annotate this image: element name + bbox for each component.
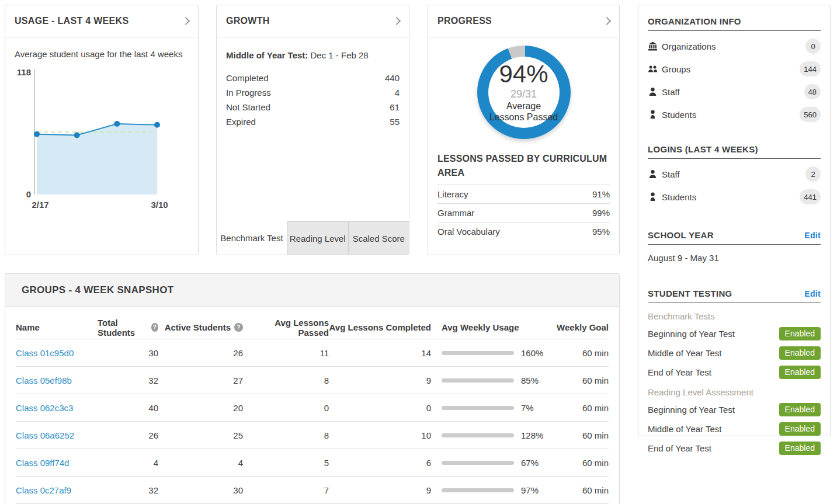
col-active-students: Active Students ? xyxy=(158,322,243,332)
chevron-right-icon[interactable] xyxy=(393,17,401,25)
login-item-label: Students xyxy=(662,192,696,202)
groups-panel-title: GROUPS - 4 WEEK SNAPSHOT xyxy=(22,284,173,296)
logins-title: LOGINS (LAST 4 WEEKS) xyxy=(648,144,758,154)
org-item-staff: Staff 48 xyxy=(648,84,821,99)
avg-lessons-completed-value: 9 xyxy=(329,485,431,495)
active-students-value: 25 xyxy=(158,430,243,440)
active-students-value: 4 xyxy=(158,458,243,468)
weekly-goal-value: 60 min xyxy=(557,430,609,440)
staff-icon xyxy=(648,169,658,179)
stat-label: Not Started xyxy=(226,102,270,112)
count-badge: 560 xyxy=(800,107,821,122)
stat-label: In Progress xyxy=(226,88,271,98)
growth-stat-row: Expired 55 xyxy=(226,114,400,129)
login-item-label: Staff xyxy=(662,169,680,179)
test-row: Middle of Year Test Enabled xyxy=(648,346,821,360)
progress-panel-header: PROGRESS xyxy=(428,5,619,37)
group-link[interactable]: Class 06a6252 xyxy=(16,430,74,440)
group-link[interactable]: Class 062c3c3 xyxy=(16,403,73,413)
curriculum-label: Oral Vocabulary xyxy=(437,227,500,237)
test-label: Middle of Year Test xyxy=(648,424,721,434)
enabled-badge: Enabled xyxy=(779,422,821,436)
bank-icon xyxy=(648,41,658,51)
count-badge: 2 xyxy=(805,166,821,182)
col-avg-lessons-passed: Avg Lessons Passed xyxy=(243,318,329,338)
stat-value: 61 xyxy=(390,102,400,112)
org-item-students: Students 560 xyxy=(648,107,821,122)
test-row: Beginning of Year Test Enabled xyxy=(648,326,821,340)
chevron-right-icon[interactable] xyxy=(603,17,611,25)
table-header-row: Name Total Students ? Active Students ? … xyxy=(16,316,609,339)
logins-header: LOGINS (LAST 4 WEEKS) xyxy=(648,144,821,159)
growth-panel-title: GROWTH xyxy=(226,16,270,26)
school-year-edit-link[interactable]: Edit xyxy=(804,231,821,240)
curriculum-heading: LESSONS PASSED BY CURRICULUM AREA xyxy=(437,152,610,185)
help-icon[interactable]: ? xyxy=(151,323,158,332)
curriculum-label: Literacy xyxy=(437,189,468,199)
usage-bar-cell: 7% xyxy=(431,403,557,413)
login-item-staff: Staff 2 xyxy=(648,166,821,182)
enabled-badge: Enabled xyxy=(779,366,821,379)
avg-lessons-passed-value: 8 xyxy=(243,376,329,385)
svg-text:0: 0 xyxy=(26,189,31,199)
group-link[interactable]: Class 05ef98b xyxy=(16,376,72,385)
svg-text:2/17: 2/17 xyxy=(32,200,48,210)
weekly-goal-value: 60 min xyxy=(557,376,609,385)
reading-level-subheading: Reading Level Assessment xyxy=(648,387,821,397)
tab-scaled-score[interactable]: Scaled Score xyxy=(349,221,409,255)
usage-bar-track xyxy=(442,351,514,355)
test-label: Beginning of Year Test xyxy=(648,329,735,339)
help-icon[interactable]: ? xyxy=(234,323,243,332)
svg-text:118: 118 xyxy=(17,67,31,77)
curriculum-value: 99% xyxy=(592,208,610,218)
groups-table: Name Total Students ? Active Students ? … xyxy=(16,316,609,504)
org-item-organizations: Organizations 0 xyxy=(648,39,821,54)
org-item-label: Students xyxy=(662,110,696,120)
test-row: Beginning of Year Test Enabled xyxy=(648,402,821,416)
curriculum-label: Grammar xyxy=(437,208,474,218)
curriculum-row: Oral Vocabulary 95% xyxy=(437,222,610,241)
avg-lessons-passed-value: 7 xyxy=(243,485,329,495)
usage-bar-track xyxy=(442,433,514,437)
progress-panel: PROGRESS 94% 29/31 Average Lessons Passe… xyxy=(428,5,620,255)
usage-bar-track xyxy=(442,378,514,383)
avg-lessons-completed-value: 0 xyxy=(329,403,431,413)
chevron-right-icon[interactable] xyxy=(182,17,190,25)
donut-percentage: 94% xyxy=(499,62,548,86)
avg-lessons-completed-value: 6 xyxy=(329,458,431,468)
tab-reading-level[interactable]: Reading Level xyxy=(287,221,349,255)
usage-percent: 160% xyxy=(521,348,543,358)
donut-fraction: 29/31 xyxy=(510,88,537,100)
table-row: Class 06a6252 26 25 8 10 128% 60 min xyxy=(16,422,609,449)
student-testing-edit-link[interactable]: Edit xyxy=(804,289,821,298)
test-label: End of Year Test xyxy=(648,443,711,453)
usage-subtitle: Average student usage for the last 4 wee… xyxy=(5,37,198,59)
tab-benchmark-test[interactable]: Benchmark Test xyxy=(217,221,287,255)
weekly-goal-value: 60 min xyxy=(557,458,609,468)
benchmark-tests-subheading: Benchmark Tests xyxy=(648,311,821,321)
total-students-value: 30 xyxy=(98,348,158,358)
col-total-students: Total Students ? xyxy=(98,318,158,338)
usage-bar-cell: 67% xyxy=(431,458,557,468)
col-avg-lessons-completed: Avg Lessons Completed xyxy=(329,322,431,332)
usage-percent: 128% xyxy=(521,430,543,440)
growth-panel: GROWTH Middle of Year Test: Dec 1 - Feb … xyxy=(216,5,409,255)
table-row: Class 01c95d0 30 26 11 14 160% 60 min xyxy=(16,339,609,367)
total-students-value: 26 xyxy=(98,430,158,440)
growth-stat-row: Completed 440 xyxy=(226,71,400,85)
table-row: Class 062c3c3 40 20 0 0 7% 60 min xyxy=(16,394,609,422)
test-label: Middle of Year Test xyxy=(648,348,721,358)
active-students-value: 27 xyxy=(158,376,243,385)
table-row: Class 0c27af9 32 30 7 9 97% 60 min xyxy=(16,477,609,504)
group-link[interactable]: Class 0c27af9 xyxy=(16,485,71,495)
group-link[interactable]: Class 09ff74d xyxy=(16,458,69,468)
usage-line-chart: 11802/173/10 xyxy=(11,61,192,214)
usage-percent: 85% xyxy=(521,376,539,385)
active-students-value: 26 xyxy=(158,348,243,358)
growth-test-range: Dec 1 - Feb 28 xyxy=(310,50,368,60)
active-students-value: 30 xyxy=(158,485,243,495)
usage-bar-track xyxy=(442,461,514,465)
group-link[interactable]: Class 01c95d0 xyxy=(16,348,74,358)
stat-value: 4 xyxy=(395,88,400,98)
school-year-title: SCHOOL YEAR xyxy=(648,230,714,240)
